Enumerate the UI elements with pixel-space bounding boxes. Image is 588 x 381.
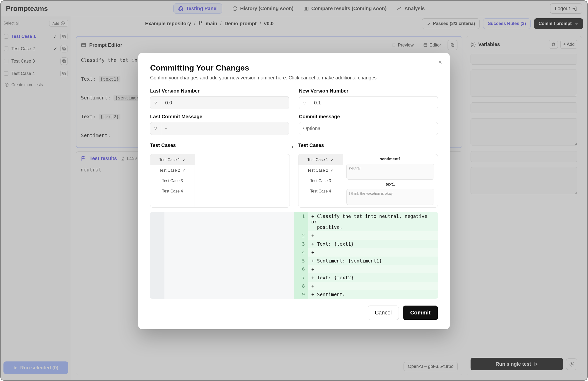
detail-sentiment-label: sentiment1 <box>346 157 434 161</box>
tc-name: Test Case 2 <box>159 168 180 173</box>
diff-line-text: + Sentiment: <box>308 290 438 299</box>
commit-modal: Committing Your Changes Confirm your cha… <box>138 53 450 329</box>
cancel-label: Cancel <box>375 310 392 316</box>
modal-title: Committing Your Changes <box>150 63 438 72</box>
diff-line-number: 3 <box>294 240 308 248</box>
modal-subtitle: Confirm your changes and add your new ve… <box>150 75 438 81</box>
diff-line-number: 4 <box>294 248 308 257</box>
modal-overlay: Committing Your Changes Confirm your cha… <box>1 1 587 380</box>
diff-row: 4+ <box>294 248 438 257</box>
check-icon: ✓ <box>331 157 334 162</box>
new-version-input[interactable] <box>310 96 438 109</box>
modal-close-button[interactable] <box>437 59 443 65</box>
tc-item[interactable]: Test Case 3 <box>298 176 343 186</box>
commit-msg-field[interactable] <box>299 122 438 135</box>
last-commit-label: Last Commit Message <box>150 114 289 119</box>
diff-row: 8+ <box>294 282 438 290</box>
diff-line-number: 7 <box>294 273 308 282</box>
new-version-label: New Version Number <box>299 88 438 94</box>
tc-name: Test Case 1 <box>307 158 328 162</box>
diff-line-text: + <box>308 248 438 257</box>
check-icon: ✓ <box>331 168 334 173</box>
v-prefix: v <box>150 122 161 135</box>
cancel-button[interactable]: Cancel <box>368 306 399 320</box>
last-version-label: Last Version Number <box>150 88 289 94</box>
diff-line-number: 8 <box>294 282 308 290</box>
new-version-field[interactable]: v <box>299 96 438 109</box>
diff-line-number: 1 <box>294 212 308 231</box>
tc-item[interactable]: Test Case 2✓ <box>150 165 195 176</box>
detail-text-value: I think the vacation is okay. <box>346 189 434 205</box>
diff-row: 7+ Text: {text2} <box>294 273 438 282</box>
right-test-cases: Test Case 1✓ Test Case 2✓ Test Case 3 Te… <box>298 154 438 208</box>
diff-row: 1+ Classify the tet into neutral, negati… <box>294 212 438 231</box>
diff-row: 6+ <box>294 265 438 273</box>
v-prefix: v <box>299 96 310 109</box>
diff-line-text: + Text: {text1} <box>308 240 438 248</box>
tc-item[interactable]: Test Case 4 <box>298 186 343 196</box>
close-icon <box>437 59 443 65</box>
tc-item[interactable]: Test Case 1✓ <box>150 154 195 165</box>
tc-item[interactable]: Test Case 1✓ <box>298 154 343 165</box>
tc-name: Test Case 3 <box>162 179 183 183</box>
v-prefix: v <box>150 96 161 109</box>
diff-line-number: 2 <box>294 231 308 240</box>
last-commit-input <box>161 122 289 135</box>
tc-item[interactable]: Test Case 4 <box>150 186 195 196</box>
diff-line-text: + Text: {text2} <box>308 273 438 282</box>
right-tc-label: Test Cases <box>298 143 438 148</box>
last-version-field: v <box>150 96 289 109</box>
arrow-left-icon: ← <box>290 140 298 208</box>
diff-line-number: 5 <box>294 257 308 265</box>
tc-name: Test Case 1 <box>159 158 180 162</box>
diff-line-number: 6 <box>294 265 308 273</box>
diff-line-text: + Classify the tet into neutral, negativ… <box>308 212 438 231</box>
tc-item[interactable]: Test Case 2✓ <box>298 165 343 176</box>
check-icon: ✓ <box>182 157 186 162</box>
diff-row: 3+ Text: {text1} <box>294 240 438 248</box>
diff-line-text: + <box>308 282 438 290</box>
diff-row: 9+ Sentiment: <box>294 290 438 299</box>
tc-name: Test Case 4 <box>310 189 331 193</box>
diff-row: 2+ <box>294 231 438 240</box>
detail-text-label: text1 <box>346 182 434 187</box>
diff-line-number: 9 <box>294 290 308 299</box>
left-tc-label: Test Cases <box>150 143 290 148</box>
tc-name: Test Case 4 <box>162 189 183 193</box>
diff-line-text: + Sentiment: {sentiment1} <box>308 257 438 265</box>
tc-name: Test Case 2 <box>307 168 328 173</box>
diff-row: 5+ Sentiment: {sentiment1} <box>294 257 438 265</box>
last-commit-field: v <box>150 122 289 135</box>
tc-name: Test Case 3 <box>310 179 331 183</box>
diff-view: 1+ Classify the tet into neutral, negati… <box>150 212 438 299</box>
diff-line-text: + <box>308 231 438 240</box>
left-test-cases: Test Case 1✓ Test Case 2✓ Test Case 3 Te… <box>150 154 290 208</box>
check-icon: ✓ <box>182 168 186 173</box>
tc-item[interactable]: Test Case 3 <box>150 176 195 186</box>
detail-sentiment-value: neutral <box>346 164 434 180</box>
diff-line-text: + <box>308 265 438 273</box>
last-version-input <box>161 96 289 109</box>
commit-msg-input[interactable] <box>299 122 438 135</box>
commit-label: Commit <box>410 310 430 316</box>
commit-button[interactable]: Commit <box>403 306 438 320</box>
commit-msg-label: Commit message <box>299 114 438 119</box>
